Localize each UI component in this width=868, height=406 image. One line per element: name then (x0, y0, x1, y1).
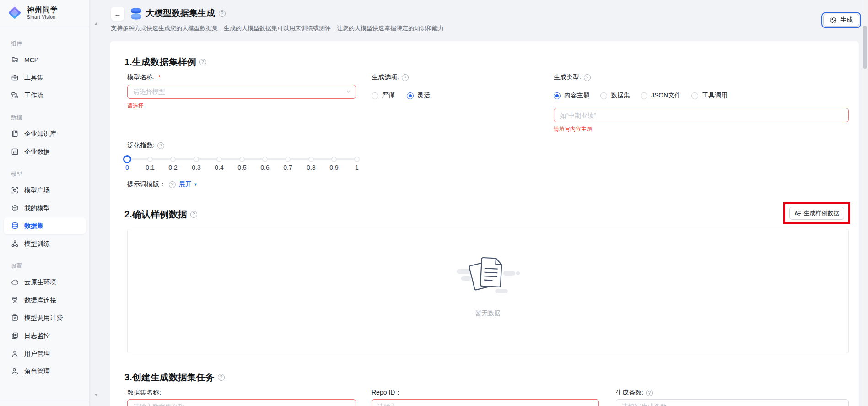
sidebar-item-model-training[interactable]: 模型训练 (4, 235, 86, 252)
scroll-up-arrow-icon[interactable]: ▲ (93, 21, 99, 26)
page-scrollbar-thumb[interactable] (863, 26, 867, 69)
expand-link[interactable]: 展开 ▼ (179, 180, 198, 189)
sidebar-item-label: 角色管理 (24, 368, 50, 376)
slider-mark: 0.4 (215, 164, 223, 171)
sidebar-item-mcp[interactable]: MCP MCP (4, 51, 86, 68)
db-connection-icon (11, 296, 19, 304)
section2-title: 2.确认样例数据 ? (124, 208, 197, 221)
cube-icon (11, 204, 19, 212)
gen-type-help-icon[interactable]: ? (584, 74, 591, 81)
empty-state-documents-icon (456, 253, 520, 298)
sidebar-item-label: 云原生环境 (24, 278, 56, 287)
slider-mark: 0.1 (146, 164, 154, 171)
brand-diamond-icon (6, 5, 23, 21)
sidebar-item-label: 企业知识库 (24, 130, 56, 138)
sidebar-item-label: 模型调用计费 (24, 314, 63, 322)
caret-down-icon: ▼ (194, 182, 198, 187)
database-icon (11, 222, 19, 230)
log-icon (11, 332, 19, 340)
workflow-icon (11, 92, 19, 99)
role-icon (11, 368, 19, 375)
sidebar-item-label: 用户管理 (24, 350, 50, 358)
sidebar-item-label: 我的模型 (24, 204, 50, 212)
radio-json-file[interactable]: JSON文件 (641, 92, 681, 100)
generalization-slider[interactable] (127, 155, 357, 164)
brand-subtitle: Smart Vision (27, 15, 58, 20)
title-help-icon[interactable]: ? (219, 10, 226, 17)
sidebar-item-role-management[interactable]: 角色管理 (4, 363, 86, 380)
count-label: 生成条数: ? (616, 389, 653, 397)
sidebar-item-label: 日志监控 (24, 332, 50, 340)
sidebar-item-db-connection[interactable]: 数据库连接 (4, 292, 86, 309)
count-help-icon[interactable]: ? (646, 390, 653, 396)
topic-input[interactable] (554, 108, 849, 122)
back-button[interactable]: ← (111, 7, 124, 21)
section2-help-icon[interactable]: ? (190, 211, 197, 218)
radio-circle (691, 92, 698, 99)
generate-sample-data-button[interactable]: A 生成样例数据 (789, 207, 844, 220)
model-plaza-icon (11, 186, 19, 194)
cloud-icon (11, 278, 19, 286)
slider-mark: 0.3 (192, 164, 200, 171)
mcp-icon: MCP (11, 56, 19, 64)
topic-error-text: 请填写内容主题 (554, 125, 592, 133)
section1-help-icon[interactable]: ? (199, 59, 206, 65)
gen-option-label: 生成选项: ? (372, 73, 409, 81)
generate-button[interactable]: 生成 (823, 14, 859, 27)
slider-mark: 0.5 (237, 164, 246, 171)
sidebar-item-knowledge-base[interactable]: 企业知识库 (4, 125, 86, 142)
dataset-name-input[interactable] (127, 399, 356, 406)
user-icon (11, 350, 19, 357)
radio-flexible[interactable]: 灵活 (407, 92, 430, 100)
text-generate-icon: A (794, 210, 801, 217)
slider-dot (262, 157, 268, 162)
sidebar-item-user-management[interactable]: 用户管理 (4, 345, 86, 362)
sidebar-item-label: 工具集 (24, 74, 43, 82)
sidebar-item-workflow[interactable]: 工作流 (4, 87, 86, 104)
generalization-help-icon[interactable]: ? (157, 142, 164, 149)
sidebar-item-enterprise-data[interactable]: 企业数据 (4, 143, 86, 160)
nav-section-model: 模型 (11, 170, 79, 178)
sidebar-item-toolset[interactable]: 工具集 (4, 69, 86, 86)
prompt-template-label: 提示词模版： (127, 180, 166, 189)
section1-title: 1.生成数据集样例 ? (124, 56, 206, 68)
radio-circle-selected (407, 92, 414, 99)
count-input[interactable] (616, 399, 849, 406)
radio-dataset[interactable]: 数据集 (600, 92, 630, 100)
model-select[interactable]: 请选择模型 ∨ (127, 85, 356, 99)
slider-mark: 0.6 (260, 164, 269, 171)
training-nodes-icon (11, 240, 19, 248)
sidebar-item-my-models[interactable]: 我的模型 (4, 200, 86, 217)
radio-circle (600, 92, 607, 99)
sidebar: 神州问学 Smart Vision 组件 MCP MCP 工具集 工作流 数据 (0, 0, 90, 406)
gen-option-help-icon[interactable]: ? (402, 74, 409, 81)
sidebar-item-label: 工作流 (24, 92, 43, 100)
radio-tool-call[interactable]: 工具调用 (691, 92, 728, 100)
sidebar-item-datasets[interactable]: 数据集 (4, 217, 86, 234)
radio-circle (372, 92, 378, 99)
slider-dot (308, 157, 314, 162)
scroll-down-arrow-icon[interactable]: ▼ (93, 393, 99, 397)
radio-circle (641, 92, 647, 99)
generate-molecule-icon (830, 16, 837, 24)
repo-id-input[interactable] (372, 399, 599, 406)
slider-handle[interactable] (123, 155, 131, 163)
page-scrollbar-track[interactable] (862, 0, 868, 406)
required-star: * (158, 74, 161, 81)
prompt-template-help-icon[interactable]: ? (169, 181, 176, 188)
slider-mark: 0.7 (283, 164, 292, 171)
sidebar-item-log-monitor[interactable]: 日志监控 (4, 327, 86, 344)
sidebar-item-cloud-native[interactable]: 云原生环境 (4, 274, 86, 291)
sidebar-item-model-plaza[interactable]: 模型广场 (4, 182, 86, 199)
nav-section-data: 数据 (11, 114, 79, 122)
sidebar-item-label: 数据库连接 (24, 296, 56, 304)
sidebar-item-label: 企业数据 (24, 148, 50, 156)
sidebar-item-billing[interactable]: ¥ 模型调用计费 (4, 309, 86, 326)
generate-button-label: 生成 (840, 16, 853, 24)
radio-strict[interactable]: 严谨 (372, 92, 395, 100)
section3-help-icon[interactable]: ? (218, 374, 225, 381)
generate-sample-data-label: 生成样例数据 (804, 209, 840, 217)
radio-content-topic[interactable]: 内容主题 (554, 92, 590, 100)
radio-circle-selected (554, 92, 561, 99)
slider-dot (147, 157, 153, 162)
